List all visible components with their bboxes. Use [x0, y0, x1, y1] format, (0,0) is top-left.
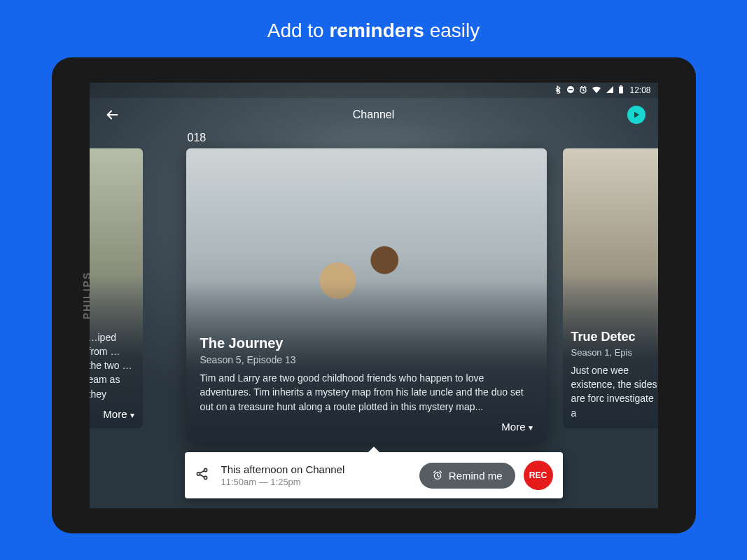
remind-label: Remind me — [449, 470, 503, 482]
program-card-prev[interactable]: …iped from … the two …eam as they More▾ — [90, 148, 143, 428]
svg-rect-1 — [568, 89, 573, 90]
tablet-frame: PHILIPS 12:08 — [52, 57, 696, 533]
program-subtitle: Season 5, Episode 13 — [200, 354, 533, 365]
dnd-icon — [566, 85, 575, 96]
program-title: The Journey — [200, 335, 533, 351]
program-description: Just one wee existence, the sides are fo… — [571, 363, 658, 420]
program-carousel[interactable]: …iped from … the two …eam as they More▾ … — [90, 148, 658, 442]
svg-rect-3 — [619, 86, 623, 93]
play-icon — [632, 111, 641, 119]
program-description: …iped from … the two …eam as they — [90, 330, 134, 401]
more-button[interactable]: More▾ — [200, 421, 533, 433]
banner-pre: Add to — [267, 20, 330, 41]
program-card-next[interactable]: True Detec Season 1, Epis Just one wee e… — [563, 148, 658, 428]
promo-banner: Add to reminders easily — [0, 0, 747, 57]
schedule-title: This afternoon on Channel — [221, 463, 419, 475]
svg-point-6 — [204, 468, 207, 471]
program-title: True Detec — [571, 330, 658, 344]
battery-icon — [618, 85, 624, 96]
bluetooth-icon — [555, 85, 562, 96]
program-action-bar: This afternoon on Channel 11:50am — 1:25… — [185, 452, 563, 498]
device-screen: 12:08 Channel 018 …iped from … the two …… — [90, 83, 658, 508]
share-button[interactable] — [195, 466, 214, 484]
svg-point-5 — [197, 472, 200, 475]
signal-icon — [606, 85, 614, 96]
record-label: REC — [529, 470, 547, 480]
more-button[interactable]: More▾ — [90, 408, 134, 420]
app-top-bar: Channel — [90, 98, 658, 132]
share-icon — [195, 466, 210, 482]
wifi-icon — [592, 85, 601, 96]
chevron-down-icon: ▾ — [130, 410, 134, 420]
svg-rect-4 — [620, 85, 622, 87]
alarm-icon — [432, 470, 443, 481]
arrow-left-icon — [104, 107, 120, 122]
record-button[interactable]: REC — [524, 461, 553, 490]
program-subtitle: Season 1, Epis — [571, 347, 658, 358]
schedule-time: 11:50am — 1:25pm — [221, 477, 419, 487]
schedule-info: This afternoon on Channel 11:50am — 1:25… — [221, 463, 419, 487]
alarm-icon — [579, 85, 587, 96]
banner-bold: reminders — [329, 20, 424, 41]
program-card-current[interactable]: The Journey Season 5, Episode 13 Tim and… — [186, 148, 547, 442]
channel-number: 018 — [90, 132, 658, 148]
android-status-bar: 12:08 — [90, 83, 658, 98]
page-title: Channel — [90, 108, 658, 121]
program-description: Tim and Larry are two good childhood fri… — [200, 371, 533, 414]
remind-me-button[interactable]: Remind me — [419, 463, 515, 489]
status-time: 12:08 — [629, 85, 650, 95]
back-button[interactable] — [102, 105, 122, 125]
chevron-down-icon: ▾ — [529, 423, 533, 433]
banner-post: easily — [424, 20, 480, 41]
svg-point-7 — [204, 476, 207, 479]
play-button[interactable] — [627, 106, 645, 124]
